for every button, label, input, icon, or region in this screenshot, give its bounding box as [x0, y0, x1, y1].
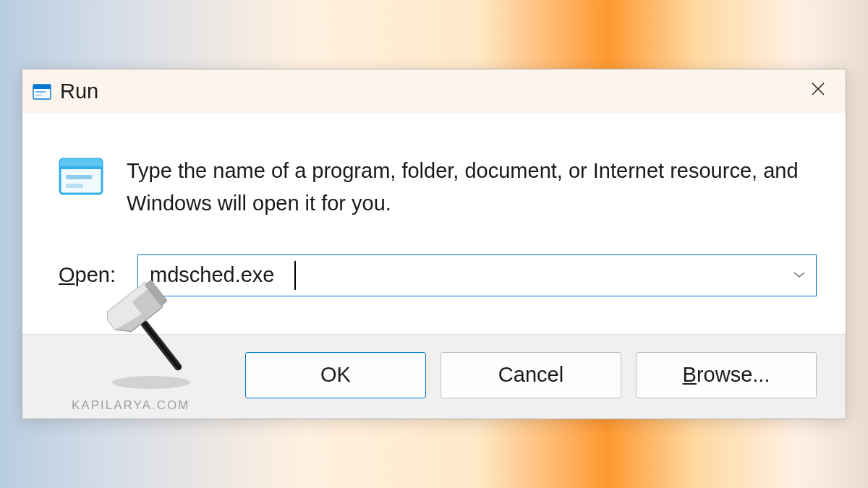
- open-label: Open:: [59, 263, 116, 287]
- close-button[interactable]: [804, 77, 833, 106]
- open-combobox[interactable]: [137, 254, 817, 296]
- open-input[interactable]: [138, 255, 816, 296]
- svg-rect-3: [35, 95, 42, 96]
- svg-point-11: [112, 376, 190, 389]
- dialog-footer: KAPILARYA.COM OK Cancel Browse...: [22, 334, 846, 419]
- close-icon: [811, 82, 825, 100]
- svg-rect-9: [66, 175, 92, 179]
- text-cursor: [294, 261, 296, 290]
- open-row: Open:: [22, 249, 846, 334]
- svg-rect-2: [35, 91, 46, 93]
- browse-button[interactable]: Browse...: [636, 352, 817, 398]
- run-dialog: Run Type the name of a program, folder, …: [22, 69, 846, 419]
- dialog-title: Run: [60, 80, 98, 103]
- dialog-body: Type the name of a program, folder, docu…: [22, 113, 846, 249]
- dialog-description: Type the name of a program, folder, docu…: [127, 155, 817, 220]
- watermark-text: KAPILARYA.COM: [72, 398, 190, 413]
- cancel-button[interactable]: Cancel: [441, 352, 621, 398]
- svg-rect-10: [66, 184, 83, 188]
- titlebar[interactable]: Run: [22, 69, 846, 113]
- run-body-icon: [59, 158, 103, 195]
- svg-rect-8: [60, 166, 102, 169]
- run-titlebar-icon: [33, 84, 51, 100]
- ok-button[interactable]: OK: [245, 352, 426, 398]
- svg-rect-1: [33, 85, 51, 89]
